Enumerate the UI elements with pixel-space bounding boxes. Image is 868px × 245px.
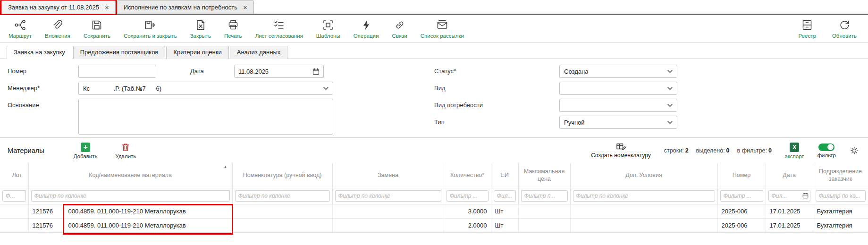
cell-max-price[interactable] [518,204,570,218]
col-header-max-price[interactable]: Максимальная цена [518,163,570,188]
print-button[interactable]: Печать [224,19,242,39]
create-nomenclature-button[interactable]: Создать номенклатуру [591,143,651,159]
cell-number[interactable]: 2025-006 [717,218,766,232]
cell-number[interactable]: 2025-006 [717,204,766,218]
cell-unit[interactable]: Шт [491,218,518,232]
refresh-button[interactable]: Обновить [832,19,857,39]
col-header-nomenclature[interactable]: Номенклатура (ручной ввод) [232,163,332,188]
cell-max-price[interactable] [518,218,570,232]
rows-count: строки:2 [664,147,689,154]
col-header-conditions[interactable]: Доп. Условия [570,163,717,188]
table-row[interactable]: 121576 000.4859. 011.000-119-210 Металло… [0,218,868,232]
route-icon [14,19,26,31]
templates-button[interactable]: Шаблоны [316,19,340,39]
col-header-quantity[interactable]: Количество* [444,163,491,188]
tab-data-analysis[interactable]: Анализ данных [230,46,288,59]
cell-replacement[interactable] [332,204,444,218]
cell-replacement[interactable] [332,218,444,232]
type-select[interactable]: Ручной [559,116,677,129]
cell-date[interactable]: 17.01.2025 [766,218,813,232]
delete-button[interactable]: Удалить [115,143,136,159]
chevron-down-icon [667,104,673,107]
cell-conditions[interactable] [570,204,717,218]
need-kind-select[interactable] [559,99,677,112]
date-value: 11.08.2025 [238,68,269,75]
request-form: Номер Дата 11.08.2025 Менеджер* Кс .Р. (… [0,59,868,137]
export-excel-button[interactable]: X экспорт [785,143,804,159]
filter-input-replacement[interactable] [335,190,441,202]
filter-input-number[interactable] [720,190,763,202]
tab-evaluation-criteria[interactable]: Критерии оценки [166,46,228,59]
filter-input-conditions[interactable] [573,190,715,202]
mailing-list-button[interactable]: Список рассылки [421,19,464,39]
close-icon[interactable]: × [105,4,109,11]
filter-input-department[interactable] [816,190,866,202]
col-header-date[interactable]: Дата [766,163,813,188]
close-document-button[interactable]: Закрыть [190,19,211,39]
attachments-button[interactable]: Вложения [45,19,70,39]
col-header-lot[interactable]: Лот [0,163,28,188]
cell-unit[interactable]: Шт [491,204,518,218]
section-tab-bar: Заявка на закупку Предложения поставщико… [0,43,868,59]
kind-select[interactable] [559,82,677,95]
add-button[interactable]: + Добавить [74,143,98,159]
window-tab-execution[interactable]: Исполнение по заявкам на потребность × [117,0,254,14]
close-icon[interactable]: × [243,4,247,11]
save-button[interactable]: Сохранить [84,19,110,39]
main-toolbar: Маршрут Вложения Сохранить Сохранить и з… [0,15,868,43]
cell-name[interactable]: 000.4859. 011.000-119-210 Металлорукав [64,218,232,232]
window-tab-label: Исполнение по заявкам на потребность [124,4,237,11]
date-input[interactable]: 11.08.2025 [234,65,324,78]
cell-lot[interactable] [0,204,28,218]
cell-quantity[interactable]: 3.0000 [444,204,491,218]
col-header-department[interactable]: Подразделение заказчик [813,163,868,188]
col-header-replacement[interactable]: Замена [332,163,444,188]
tab-purchase-request[interactable]: Заявка на закупку [7,46,72,59]
route-button[interactable]: Маршрут [8,19,32,39]
cell-nomenclature[interactable] [232,218,332,232]
operations-button[interactable]: Операции [354,19,379,39]
calendar-icon[interactable] [802,193,809,199]
number-input[interactable] [78,65,156,78]
tab-supplier-offers[interactable]: Предложения поставщиков [73,46,166,59]
table-header-row: Лот ▲ Код/наименование материала Номенкл… [0,163,868,188]
table-row[interactable]: 121576 000.4859. 011.000-119-210 Металло… [0,204,868,218]
cell-department[interactable]: Бухгалтерия [813,218,868,232]
chain-icon [394,19,406,31]
filter-input-max-price[interactable] [521,190,568,202]
cell-code[interactable]: 121576 [28,218,64,232]
save-close-button[interactable]: Сохранить и закрыть [124,19,177,39]
toggle-knob [827,144,834,150]
cell-lot[interactable] [0,218,28,232]
basis-textarea[interactable] [78,99,333,135]
status-select[interactable]: Создана [559,65,677,78]
templates-icon [322,19,334,31]
cell-nomenclature[interactable] [232,204,332,218]
save-icon [91,19,103,31]
col-header-code-name[interactable]: ▲ Код/наименование материала [28,163,232,188]
cell-code[interactable]: 121576 [28,204,64,218]
registry-button[interactable]: Реестр [799,19,816,39]
materials-toolbar-right: Создать номенклатуру строки:2 выделено:0… [591,143,860,159]
filter-input-code-name[interactable] [31,190,230,202]
col-header-unit[interactable]: ЕИ [491,163,518,188]
cell-quantity[interactable]: 2.0000 [444,218,491,232]
cell-conditions[interactable] [570,218,717,232]
window-tab-purchase-request[interactable]: Заявка на закупку от 11.08.2025 × [1,0,116,14]
links-button[interactable]: Связи [392,19,407,39]
filter-input-nomenclature[interactable] [235,190,330,202]
manager-select[interactable]: Кс .Р. (Таб.№7 6) [78,82,333,95]
cell-name[interactable]: 000.4859. 011.000-119-210 Металлорукав [64,204,232,218]
gear-icon[interactable] [849,145,860,156]
col-header-number[interactable]: Номер [717,163,766,188]
cell-department[interactable]: Бухгалтерия [813,204,868,218]
approval-sheet-button[interactable]: Лист согласования [255,19,303,39]
cell-date[interactable]: 17.01.2025 [766,204,813,218]
chevron-down-icon [323,87,329,90]
status-value: Создана [564,68,588,75]
filter-input-unit[interactable] [494,190,516,202]
materials-title: Материалы [8,147,44,154]
filter-input-lot[interactable] [2,190,26,202]
filter-input-quantity[interactable] [447,190,489,202]
filter-toggle[interactable] [818,144,834,151]
